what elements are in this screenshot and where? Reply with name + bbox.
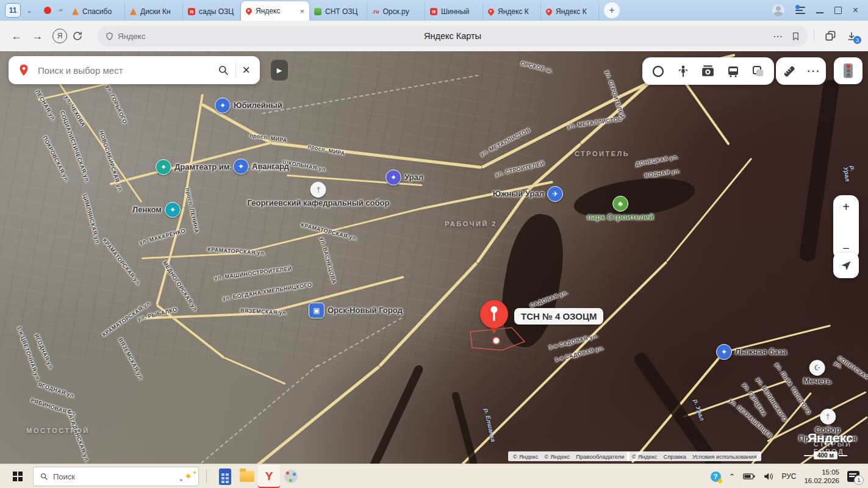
panorama-icon[interactable] bbox=[651, 64, 665, 79]
pinned-tab-icon[interactable]: 📌︎ bbox=[54, 5, 65, 16]
refresh-button[interactable] bbox=[72, 30, 93, 41]
place-icon: ✦ bbox=[165, 202, 181, 218]
browser-menu-icon[interactable] bbox=[795, 7, 805, 14]
map-canvas[interactable]: просп. МИРАпросп. МИРАШКОЛЬНАЯ ул.ул. МА… bbox=[0, 51, 868, 464]
search-clear-button[interactable]: × bbox=[242, 64, 250, 76]
zoom-in-button[interactable]: + bbox=[842, 201, 850, 212]
back-button[interactable]: ← bbox=[6, 30, 27, 43]
tab-label: СНТ ОЗЦ bbox=[325, 7, 362, 16]
layers-icon[interactable] bbox=[751, 64, 766, 79]
street-label: ВОДНАЯ ул. bbox=[644, 168, 680, 179]
collections-icon[interactable] bbox=[824, 30, 836, 42]
tab-label: Яндекс К bbox=[498, 7, 536, 16]
search-icon[interactable] bbox=[217, 64, 229, 76]
place-label[interactable]: ♣парк Строителей bbox=[587, 196, 654, 221]
start-button[interactable] bbox=[7, 466, 28, 487]
download-count-badge: 3 bbox=[853, 36, 861, 44]
road bbox=[224, 357, 285, 385]
taskbar-search[interactable]: Поиск ✦✦✦ bbox=[33, 467, 199, 486]
windows-taskbar: Поиск ✦✦✦ Y ? ⌃ РУС 15:05 16.02.2026 1 bbox=[0, 464, 868, 488]
browser-tab-1[interactable]: Диски Кн bbox=[125, 2, 183, 21]
leaf-favicon bbox=[314, 8, 321, 15]
traffic-light-icon bbox=[844, 63, 853, 78]
notifications-button[interactable]: 1 bbox=[847, 471, 859, 482]
map-marker-pin[interactable] bbox=[480, 300, 508, 336]
taskbar-app-yandex-browser[interactable]: Y bbox=[258, 465, 280, 488]
window-restore-button[interactable] bbox=[834, 7, 842, 14]
map-search-bar[interactable]: Поиск и выбор мест × bbox=[9, 56, 260, 84]
battery-icon[interactable] bbox=[743, 473, 755, 480]
traffic-button[interactable] bbox=[834, 57, 863, 84]
place-label[interactable]: ✦Урал bbox=[386, 170, 423, 185]
geolocation-button[interactable] bbox=[833, 253, 859, 278]
tab-list-chevron-icon[interactable]: ⌄ bbox=[23, 7, 35, 15]
place-label[interactable]: ▣Орск-Новый Город bbox=[309, 303, 403, 318]
pedestrian-icon[interactable] bbox=[676, 64, 690, 79]
district-label: МОСТОСТРОЙ bbox=[26, 427, 89, 434]
place-label[interactable]: ✦Юбилейный bbox=[215, 98, 282, 113]
marker-label[interactable]: ТСН № 4 ОЗОЦМ bbox=[514, 308, 603, 325]
sidebar-expander-button[interactable]: ▶ bbox=[271, 60, 288, 81]
browser-tab-0[interactable]: Спасибо bbox=[67, 2, 125, 21]
taskbar-app-explorer[interactable] bbox=[236, 465, 258, 488]
place-icon: ♣ bbox=[612, 196, 628, 212]
place-name: Мечеть bbox=[803, 377, 832, 386]
help-link[interactable]: Справка bbox=[664, 453, 686, 460]
search-input[interactable]: Поиск и выбор мест bbox=[38, 65, 217, 76]
forward-button[interactable]: → bbox=[27, 30, 48, 43]
place-label[interactable]: ✦Лыжная база bbox=[716, 344, 787, 360]
tab-counter[interactable]: 11 bbox=[5, 3, 21, 18]
place-name: Авангард bbox=[252, 162, 289, 171]
rightsholders-link[interactable]: Правообладатели bbox=[576, 453, 624, 460]
transport-icon[interactable] bbox=[726, 64, 741, 79]
ruler-icon[interactable] bbox=[781, 63, 797, 79]
browser-tab-2[interactable]: Ясады ОЗЦ bbox=[183, 2, 241, 21]
address-more-icon[interactable]: ⋯ bbox=[773, 30, 783, 42]
terms-link[interactable]: Условия использования bbox=[692, 453, 756, 460]
browser-tab-3[interactable]: Яндекс× bbox=[241, 1, 309, 21]
a-orange-favicon bbox=[130, 9, 137, 15]
place-label[interactable]: Южный Урал✈ bbox=[493, 186, 563, 202]
place-label[interactable]: †Георгиевский кафедральный собор bbox=[248, 182, 390, 207]
window-minimize-button[interactable] bbox=[816, 12, 823, 13]
recording-indicator-icon bbox=[44, 7, 51, 14]
taskbar-app-paint[interactable] bbox=[280, 465, 302, 488]
place-label[interactable]: ✦Авангард bbox=[233, 159, 289, 174]
copyright-text: © Яндекс bbox=[513, 453, 539, 460]
browser-tab-8[interactable]: Яндекс К bbox=[541, 2, 599, 21]
more-tools-icon[interactable]: ··· bbox=[808, 66, 821, 77]
tray-chevron-icon[interactable]: ⌃ bbox=[729, 472, 736, 481]
window-close-button[interactable]: × bbox=[853, 5, 858, 15]
yandex-home-button[interactable]: Я bbox=[52, 29, 67, 43]
browser-tab-6[interactable]: ЯШинный bbox=[425, 2, 483, 21]
map-layers-toolbar bbox=[642, 57, 774, 85]
street-label: ул. БЕЛИНСКОГО bbox=[755, 376, 788, 423]
volume-icon[interactable] bbox=[763, 472, 773, 481]
street-label: МАГАДАНСКАЯ ул. bbox=[66, 409, 91, 463]
photos-icon[interactable] bbox=[700, 63, 716, 79]
tab-close-icon[interactable]: × bbox=[299, 7, 304, 16]
street-label: РЯБИНОВАЯ ул. bbox=[30, 397, 77, 418]
taskbar-app-calculator[interactable] bbox=[214, 465, 236, 488]
tab-list: СпасибоДиски КнЯсады ОЗЦЯндекс×СНТ ОЗЦ.r… bbox=[67, 0, 599, 21]
address-bar[interactable]: Яндекс Яндекс Карты ⋯ bbox=[98, 26, 808, 46]
help-tray-icon[interactable]: ? bbox=[711, 472, 721, 482]
downloads-button[interactable]: 3 bbox=[846, 30, 857, 41]
profile-avatar[interactable] bbox=[772, 4, 784, 16]
new-tab-button[interactable]: + bbox=[604, 2, 620, 18]
tab-label: Яндекс К bbox=[556, 7, 594, 16]
place-label[interactable]: ☪Мечеть bbox=[803, 360, 832, 386]
highlights-sparkle-icon[interactable]: ✦✦✦ bbox=[184, 471, 192, 482]
language-indicator[interactable]: РУС bbox=[781, 472, 796, 481]
place-label[interactable]: Ленком✦ bbox=[132, 202, 181, 218]
place-icon: ✈ bbox=[547, 186, 563, 202]
place-icon: ✦ bbox=[386, 170, 401, 185]
place-name: парк Строителей bbox=[587, 213, 654, 221]
browser-tab-7[interactable]: Яндекс К bbox=[483, 2, 541, 21]
bookmark-icon[interactable] bbox=[791, 32, 800, 41]
place-name: Лыжная база bbox=[735, 348, 787, 356]
browser-tab-5[interactable]: .ruОрск.ру bbox=[367, 2, 425, 21]
security-shield-icon bbox=[105, 32, 114, 41]
clock[interactable]: 15:05 16.02.2026 bbox=[804, 468, 839, 486]
browser-tab-4[interactable]: СНТ ОЗЦ bbox=[309, 2, 367, 21]
